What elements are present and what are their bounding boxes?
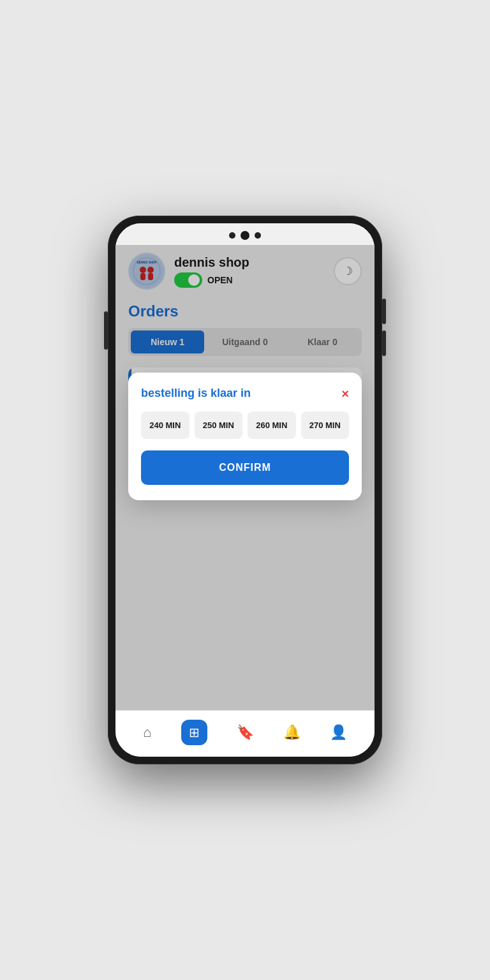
status-bar — [115, 223, 375, 245]
time-option-270[interactable]: 270 MIN — [301, 412, 350, 439]
phone-screen: DENNIS SHOP dennis shop OPEN — [115, 223, 375, 757]
grid-icon: ⊞ — [189, 725, 200, 739]
nav-profile[interactable]: 👤 — [322, 722, 355, 743]
power-button[interactable] — [104, 311, 108, 350]
nav-home[interactable]: ⌂ — [135, 722, 159, 743]
volume-up-button[interactable] — [382, 299, 386, 324]
volume-down-button[interactable] — [382, 330, 386, 356]
time-option-260[interactable]: 260 MIN — [248, 412, 296, 439]
modal-close-button[interactable]: × — [341, 387, 349, 400]
time-option-240[interactable]: 240 MIN — [141, 412, 189, 439]
nav-notifications[interactable]: 🔔 — [276, 722, 308, 743]
modal-title: bestelling is klaar in — [141, 387, 251, 400]
person-icon: 👤 — [330, 724, 347, 741]
time-options-group: 240 MIN 250 MIN 260 MIN 270 MIN — [141, 412, 349, 439]
nav-bookmarks[interactable]: 🔖 — [229, 722, 262, 743]
app-content: DENNIS SHOP dennis shop OPEN — [115, 245, 375, 710]
camera-sensor-2 — [255, 232, 261, 239]
camera-area — [229, 231, 261, 240]
time-selection-modal: bestelling is klaar in × 240 MIN 250 MIN… — [128, 373, 362, 500]
home-icon: ⌂ — [143, 724, 151, 741]
bookmark-icon: 🔖 — [237, 724, 254, 741]
front-camera — [241, 231, 249, 240]
modal-overlay: bestelling is klaar in × 240 MIN 250 MIN… — [115, 245, 375, 710]
phone-shell: DENNIS SHOP dennis shop OPEN — [108, 216, 382, 764]
confirm-button[interactable]: CONFIRM — [141, 450, 349, 485]
modal-header: bestelling is klaar in × — [141, 387, 349, 400]
bottom-navigation: ⌂ ⊞ 🔖 🔔 👤 — [115, 710, 375, 757]
time-option-250[interactable]: 250 MIN — [195, 412, 243, 439]
nav-orders[interactable]: ⊞ — [174, 717, 215, 748]
bell-icon: 🔔 — [283, 724, 301, 741]
camera-sensor — [229, 232, 235, 239]
